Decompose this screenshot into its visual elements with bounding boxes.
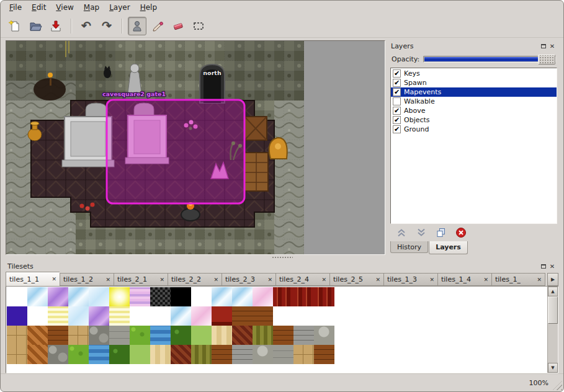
- tileset-tile[interactable]: [212, 326, 232, 345]
- tileset-tile[interactable]: [150, 326, 171, 345]
- redo-button[interactable]: ↷: [97, 17, 116, 35]
- close-tab-icon[interactable]: ✕: [537, 277, 542, 283]
- tileset-tile[interactable]: [191, 345, 212, 364]
- tileset-tile[interactable]: [314, 287, 334, 306]
- layers-panel-titlebar[interactable]: Layers ✕: [389, 40, 558, 51]
- menu-view[interactable]: View: [51, 2, 78, 13]
- close-panel-button[interactable]: ✕: [548, 262, 557, 270]
- tileset-tile[interactable]: [89, 287, 109, 306]
- tileset-tile[interactable]: [48, 326, 68, 345]
- tileset-tile[interactable]: [191, 287, 212, 306]
- layer-visibility-checkbox[interactable]: [393, 97, 401, 105]
- tileset-tile[interactable]: [89, 326, 109, 345]
- stamp-tool-button[interactable]: [128, 17, 146, 35]
- close-tab-icon[interactable]: ✕: [51, 276, 56, 282]
- close-panel-button[interactable]: ✕: [548, 42, 557, 50]
- tileset-tile[interactable]: [171, 287, 191, 306]
- tileset-tile[interactable]: [109, 287, 130, 306]
- layer-visibility-checkbox[interactable]: ✔: [393, 116, 401, 124]
- opacity-slider[interactable]: [423, 56, 556, 63]
- tileset-tile[interactable]: [212, 306, 232, 326]
- tileset-tile[interactable]: [130, 306, 150, 326]
- layer-row-walkable[interactable]: Walkable: [391, 97, 557, 106]
- close-tab-icon[interactable]: ✕: [375, 277, 380, 283]
- layer-row-keys[interactable]: ✔Keys: [391, 69, 557, 78]
- map-canvas[interactable]: cavesquare2 gate1 north: [6, 40, 385, 255]
- tileset-tile[interactable]: [273, 287, 293, 306]
- tileset-tile[interactable]: [273, 306, 293, 326]
- tileset-tile[interactable]: [293, 306, 314, 326]
- tileset-tile[interactable]: [253, 345, 273, 364]
- tileset-tile[interactable]: [27, 326, 48, 345]
- close-tab-icon[interactable]: ✕: [321, 277, 326, 283]
- tileset-tile[interactable]: [68, 345, 89, 364]
- tileset-tile[interactable]: [232, 287, 253, 306]
- layer-visibility-checkbox[interactable]: ✔: [393, 107, 401, 115]
- scrollbar-handle[interactable]: [548, 296, 558, 324]
- tileset-tile[interactable]: [212, 345, 232, 364]
- tileset-tile[interactable]: [48, 287, 68, 306]
- tileset-tile[interactable]: [89, 306, 109, 326]
- tileset-tab-tiles_2_3[interactable]: tiles_2_3✕: [222, 273, 275, 286]
- tileset-tile[interactable]: [130, 345, 150, 364]
- tileset-tab-tiles_2_2[interactable]: tiles_2_2✕: [168, 273, 222, 286]
- tileset-tile[interactable]: [293, 287, 314, 306]
- close-tab-icon[interactable]: ✕: [159, 277, 164, 283]
- delete-layer-button[interactable]: [455, 226, 467, 239]
- tileset-tile[interactable]: [109, 345, 130, 364]
- tileset-tile[interactable]: [7, 345, 27, 364]
- tileset-tile[interactable]: [232, 306, 253, 326]
- close-tab-icon[interactable]: ✕: [213, 277, 218, 283]
- layer-visibility-checkbox[interactable]: ✔: [393, 125, 401, 133]
- menu-edit[interactable]: Edit: [27, 2, 51, 13]
- float-panel-button[interactable]: [539, 42, 548, 50]
- tileset-tab-tiles_1_1[interactable]: tiles_1_1✕: [6, 272, 60, 286]
- tileset-tab-tiles_1_[interactable]: tiles_1_✕: [491, 273, 545, 286]
- tileset-tile[interactable]: [314, 306, 334, 326]
- tileset-tile[interactable]: [7, 306, 27, 326]
- tileset-tile[interactable]: [68, 287, 89, 306]
- menu-map[interactable]: Map: [79, 2, 104, 13]
- menu-help[interactable]: Help: [135, 2, 162, 13]
- duplicate-layer-button[interactable]: [435, 226, 447, 239]
- tileset-tile[interactable]: [171, 306, 191, 326]
- dock-tab-history[interactable]: History: [390, 241, 428, 253]
- resize-grip[interactable]: [553, 381, 562, 390]
- tileset-tile[interactable]: [89, 345, 109, 364]
- tileset-tab-tiles_2_1[interactable]: tiles_2_1✕: [114, 273, 168, 286]
- tileset-tile[interactable]: [48, 306, 68, 326]
- opacity-slider-handle[interactable]: [538, 55, 555, 65]
- tileset-tile[interactable]: [232, 345, 253, 364]
- move-layer-up-button[interactable]: [395, 226, 408, 239]
- tileset-tile[interactable]: [68, 326, 89, 345]
- undo-button[interactable]: ↶: [77, 17, 96, 35]
- layer-row-ground[interactable]: ✔Ground: [391, 125, 557, 134]
- layer-visibility-checkbox[interactable]: ✔: [393, 79, 401, 87]
- horizontal-splitter[interactable]: [6, 255, 558, 261]
- tileset-tile[interactable]: [109, 326, 130, 345]
- tileset-tile[interactable]: [7, 287, 27, 306]
- tileset-tile[interactable]: [27, 287, 48, 306]
- tileset-tile[interactable]: [68, 306, 89, 326]
- tileset-tile[interactable]: [293, 326, 314, 345]
- tileset-tile[interactable]: [293, 345, 314, 364]
- select-tool-button[interactable]: [189, 17, 208, 35]
- tileset-tab-tiles_1_3[interactable]: tiles_1_3✕: [383, 273, 437, 286]
- close-tab-icon[interactable]: ✕: [483, 277, 488, 283]
- tileset-tile[interactable]: [191, 306, 212, 326]
- layer-visibility-checkbox[interactable]: ✔: [393, 88, 401, 96]
- tilesets-panel-titlebar[interactable]: Tilesets ✕: [6, 261, 558, 272]
- close-tab-icon[interactable]: ✕: [429, 277, 434, 283]
- tileset-tile[interactable]: [212, 287, 232, 306]
- save-button[interactable]: [47, 17, 65, 35]
- float-panel-button[interactable]: [539, 262, 548, 270]
- tab-scroll-right-button[interactable]: ▶: [547, 273, 558, 286]
- tileset-tile[interactable]: [48, 345, 68, 364]
- dock-tab-layers[interactable]: Layers: [429, 241, 468, 254]
- tileset-tab-tiles_2_4[interactable]: tiles_2_4✕: [275, 273, 329, 286]
- tileset-scrollbar[interactable]: ▲ ▼: [547, 287, 558, 373]
- tileset-tile[interactable]: [27, 306, 48, 326]
- menu-file[interactable]: File: [4, 2, 27, 13]
- tileset-tile[interactable]: [191, 326, 212, 345]
- tileset-tile[interactable]: [273, 326, 293, 345]
